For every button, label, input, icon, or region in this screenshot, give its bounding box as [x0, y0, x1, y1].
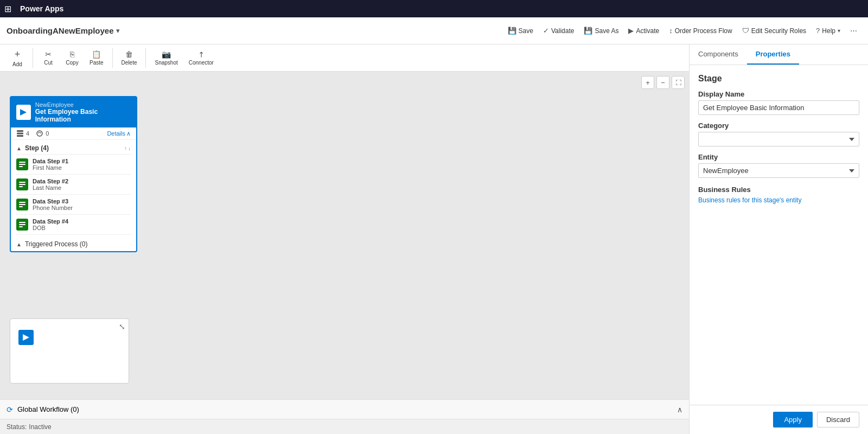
save-label: Save [519, 27, 533, 35]
discard-button[interactable]: Discard [817, 412, 859, 427]
mini-stage-icon [18, 330, 34, 345]
order-process-flow-button[interactable]: ↕ Order Process Flow [665, 25, 737, 36]
tab-properties[interactable]: Properties [747, 44, 799, 65]
app-title-dropdown[interactable]: ▾ [116, 27, 120, 35]
step-up-arrow-icon[interactable]: ↑ [124, 145, 127, 151]
topbar: ⊞ Power Apps [0, 0, 868, 17]
data-step-2-label: Last Name [33, 184, 68, 191]
save-as-button[interactable]: 💾 Save As [579, 25, 623, 36]
cut-label: Cut [44, 60, 53, 66]
svg-point-4 [37, 131, 42, 136]
copy-button[interactable]: ⎘ Copy [61, 48, 83, 68]
separator-3 [145, 48, 146, 68]
data-step-1-text: Data Step #1 First Name [33, 158, 68, 171]
order-process-flow-icon: ↕ [669, 27, 673, 35]
connector-label: Connector [189, 60, 214, 66]
business-rules-link[interactable]: Business rules for this stage's entity [698, 196, 801, 204]
workflow-bar: ⟳ Global Workflow (0) ∧ [0, 399, 689, 419]
zoom-in-button[interactable]: + [641, 76, 654, 89]
step-section: ▲ Step (4) ↑ ↓ Data Step #1 First Name [11, 140, 136, 237]
cut-icon: ✂ [45, 50, 52, 59]
svg-rect-13 [19, 206, 23, 207]
svg-rect-3 [17, 135, 23, 137]
data-step-1-name: Data Step #1 [33, 158, 68, 164]
more-icon: ⋯ [850, 27, 857, 35]
apply-button[interactable]: Apply [773, 412, 813, 427]
add-label: Add [12, 61, 22, 67]
data-step-4-label: DOB [33, 225, 68, 231]
cut-button[interactable]: ✂ Cut [37, 48, 59, 68]
data-step-2-name: Data Step #2 [33, 178, 68, 184]
category-select[interactable]: Qualify Develop Propose Close [698, 132, 859, 146]
step-section-header: ▲ Step (4) ↑ ↓ [11, 142, 136, 154]
header-bar: OnboardingANewEmployee ▾ 💾 Save ✓ Valida… [0, 17, 868, 44]
svg-rect-9 [19, 184, 25, 185]
connector-icon: ↗ [196, 49, 207, 60]
details-button[interactable]: Details ∧ [107, 130, 131, 137]
paste-label: Paste [90, 60, 104, 66]
more-button[interactable]: ⋯ [846, 25, 861, 36]
app-title: OnboardingANewEmployee [7, 26, 114, 35]
stage-card: NewEmployee Get Employee Basic Informati… [10, 96, 137, 252]
data-step-2[interactable]: Data Step #2 Last Name [11, 175, 136, 194]
stage-entity: NewEmployee [35, 101, 131, 108]
zoom-out-button[interactable]: − [656, 76, 669, 89]
tab-components[interactable]: Components [690, 44, 747, 65]
delete-label: Delete [122, 60, 137, 66]
data-step-3-label: Phone Number [33, 205, 73, 211]
data-step-1-label: First Name [33, 164, 68, 171]
waffle-icon[interactable]: ⊞ [4, 4, 11, 14]
svg-rect-14 [19, 222, 25, 223]
triggered-triangle-icon: ▲ [16, 241, 22, 247]
data-step-4[interactable]: Data Step #4 DOB [11, 215, 136, 234]
activate-button[interactable]: ▶ Activate [624, 25, 663, 36]
status-label: Status: [7, 423, 27, 431]
data-step-3[interactable]: Data Step #3 Phone Number [11, 195, 136, 214]
fit-button[interactable]: ⛶ [672, 76, 685, 89]
display-name-input[interactable] [698, 100, 859, 115]
svg-rect-10 [19, 186, 23, 187]
validate-label: Validate [551, 27, 574, 35]
edit-security-roles-icon: 🛡 [742, 27, 749, 35]
mini-stage-expand-icon[interactable]: ⤡ [119, 322, 125, 331]
panel-content: Stage Display Name Category Qualify Deve… [690, 65, 868, 405]
command-bar: + Add ✂ Cut ⎘ Copy 📋 Paste 🗑 Delete 📷 Sn… [0, 44, 689, 72]
stage-connections-count: 0 [36, 130, 49, 137]
steps-count-value: 4 [26, 130, 29, 137]
stage-display-name: Get Employee Basic Information [35, 108, 131, 123]
snapshot-button[interactable]: 📷 Snapshot [150, 48, 182, 68]
mini-stage[interactable]: ⤡ [10, 318, 129, 384]
workflow-label: Global Workflow (0) [17, 405, 79, 413]
svg-rect-7 [19, 166, 23, 167]
edit-security-roles-button[interactable]: 🛡 Edit Security Roles [738, 25, 810, 36]
status-bar: Status: Inactive [0, 419, 689, 434]
data-step-3-name: Data Step #3 [33, 198, 73, 205]
activate-label: Activate [636, 27, 659, 35]
help-icon: ? [816, 27, 820, 35]
panel-footer: Apply Discard [690, 405, 868, 434]
add-button[interactable]: + Add [7, 47, 28, 69]
copy-icon: ⎘ [70, 50, 74, 59]
svg-marker-0 [20, 109, 27, 116]
data-step-4-text: Data Step #4 DOB [33, 218, 68, 231]
panel-tabs: Components Properties [690, 44, 868, 65]
paste-button[interactable]: 📋 Paste [85, 48, 108, 68]
help-button[interactable]: ? Help ▾ [812, 25, 845, 36]
triggered-label: Triggered Process (0) [25, 240, 88, 248]
entity-select[interactable]: NewEmployee [698, 163, 859, 178]
step-down-arrow-icon[interactable]: ↓ [128, 145, 131, 151]
step-arrows: ↑ ↓ [124, 145, 131, 151]
connector-button[interactable]: ↗ Connector [184, 48, 218, 68]
data-step-1[interactable]: Data Step #1 First Name [11, 155, 136, 174]
data-step-3-icon [16, 199, 28, 210]
data-step-1-icon [16, 158, 28, 170]
category-label: Category [698, 122, 859, 130]
workflow-chevron-icon[interactable]: ∧ [677, 405, 682, 414]
validate-button[interactable]: ✓ Validate [539, 25, 578, 36]
save-button[interactable]: 💾 Save [503, 25, 538, 36]
delete-button[interactable]: 🗑 Delete [117, 48, 142, 68]
canvas[interactable]: + − ⛶ NewEmployee Get Employee Basic Inf… [0, 72, 689, 419]
data-step-4-icon [16, 219, 28, 231]
order-process-flow-label: Order Process Flow [675, 27, 732, 35]
data-step-2-text: Data Step #2 Last Name [33, 178, 68, 191]
